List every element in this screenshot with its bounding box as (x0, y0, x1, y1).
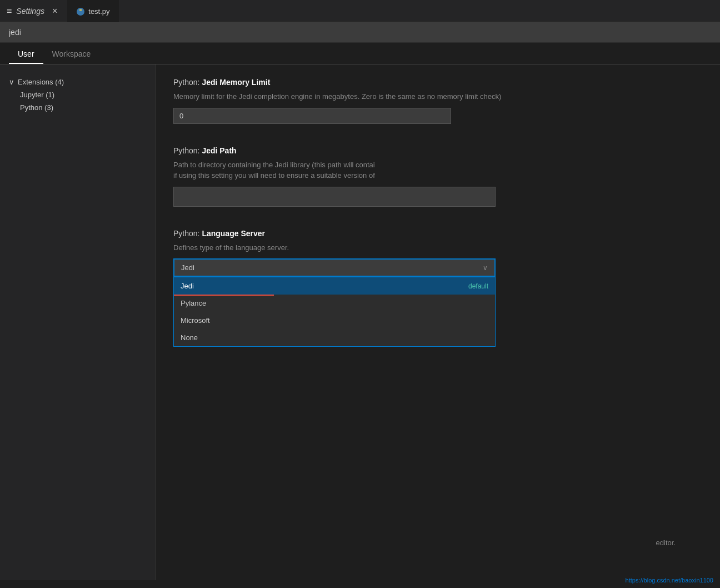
language-server-dropdown-trigger[interactable]: Jedi ∨ (173, 258, 496, 277)
attribution: https://blog.csdn.net/baoxin1100 (626, 577, 713, 584)
dropdown-option-microsoft[interactable]: Microsoft (174, 312, 495, 329)
settings-label: Settings (16, 7, 44, 16)
dropdown-option-microsoft-label: Microsoft (181, 316, 210, 325)
main-layout: ∨ Extensions (4) Jupyter (1) Python (3) … (0, 64, 720, 580)
sidebar-item-extensions[interactable]: ∨ Extensions (4) (0, 76, 155, 88)
search-input[interactable] (9, 28, 711, 37)
dropdown-option-none-label: None (181, 333, 198, 342)
language-server-bold: Language Server (202, 229, 265, 238)
search-bar (0, 22, 720, 43)
svg-point-0 (77, 8, 84, 16)
python-file-icon (76, 7, 85, 16)
settings-tab[interactable]: ≡ Settings × (0, 5, 67, 17)
jedi-path-title: Python: Jedi Path (173, 146, 702, 155)
sidebar-item-python[interactable]: Python (3) (0, 101, 155, 114)
language-server-prefix: Python: (173, 229, 202, 238)
content-area: Python: Jedi Memory Limit Memory limit f… (156, 64, 720, 580)
language-server-desc: Defines type of the language server. (173, 242, 702, 253)
close-settings-button[interactable]: × (49, 5, 61, 17)
extensions-section: ∨ Extensions (4) Jupyter (1) Python (3) (0, 73, 155, 116)
dropdown-option-jedi-label: Jedi (181, 282, 194, 290)
dropdown-option-jedi[interactable]: Jedi default (174, 277, 495, 295)
hamburger-icon: ≡ (7, 6, 12, 16)
jedi-path-desc: Path to directory containing the Jedi li… (173, 160, 702, 181)
language-server-dropdown-container: Jedi ∨ Jedi default Pylance Micro (173, 258, 496, 277)
title-bar: ≡ Settings × test.py (0, 0, 720, 22)
jedi-path-prefix: Python: (173, 146, 202, 155)
chevron-expanded-icon: ∨ (9, 78, 14, 86)
setting-jedi-memory-limit: Python: Jedi Memory Limit Memory limit f… (173, 78, 702, 124)
setting-jedi-path: Python: Jedi Path Path to directory cont… (173, 146, 702, 207)
sidebar-item-extensions-label: Extensions (4) (18, 78, 64, 86)
jedi-path-bold: Jedi Path (202, 146, 236, 155)
dropdown-option-pylance[interactable]: Pylance (174, 295, 495, 312)
chevron-down-icon: ∨ (483, 264, 488, 272)
sidebar-item-jupyter[interactable]: Jupyter (1) (0, 88, 155, 101)
tab-user[interactable]: User (9, 43, 43, 64)
jedi-memory-limit-bold: Jedi Memory Limit (202, 78, 270, 87)
file-tab[interactable]: test.py (67, 0, 118, 22)
jedi-path-input[interactable] (173, 187, 496, 207)
jedi-memory-limit-input[interactable] (173, 108, 451, 124)
dropdown-option-none[interactable]: None (174, 329, 495, 346)
jedi-memory-limit-desc: Memory limit for the Jedi completion eng… (173, 91, 702, 102)
jedi-memory-limit-title: Python: Jedi Memory Limit (173, 78, 702, 87)
sidebar: ∨ Extensions (4) Jupyter (1) Python (3) (0, 64, 156, 580)
settings-tabs: User Workspace (0, 43, 720, 64)
dropdown-list: Jedi default Pylance Microsoft None (173, 277, 496, 347)
language-server-title: Python: Language Server (173, 229, 702, 238)
dropdown-option-jedi-default: default (468, 282, 488, 290)
partial-text: editor. (656, 539, 676, 547)
dropdown-selected-value: Jedi (181, 263, 194, 272)
file-tab-label: test.py (88, 7, 109, 16)
tab-workspace[interactable]: Workspace (43, 43, 100, 64)
setting-language-server: Python: Language Server Defines type of … (173, 229, 702, 277)
jedi-memory-limit-prefix: Python: (173, 78, 202, 87)
dropdown-option-pylance-label: Pylance (181, 299, 206, 307)
